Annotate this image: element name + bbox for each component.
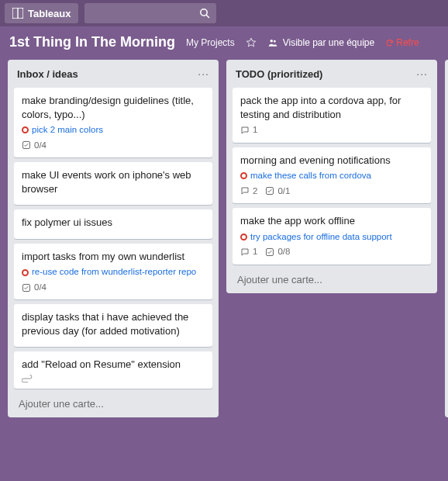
card-title: fix polymer ui issues	[22, 216, 205, 230]
svg-point-2	[201, 9, 207, 16]
comments-badge: 1	[240, 124, 257, 137]
my-projects-link[interactable]: My Projects	[186, 37, 235, 48]
checklist-icon	[22, 283, 31, 292]
visibility-button[interactable]: Visible par une équipe	[267, 37, 375, 48]
visibility-label: Visible par une équipe	[283, 37, 375, 48]
list-menu-button[interactable]: ···	[416, 67, 428, 80]
card-badges: 1 0/8	[240, 246, 423, 258]
list-header: TODO (prioritized) ···	[233, 66, 431, 83]
search-icon	[199, 8, 210, 19]
checklist-badge: 0/1	[265, 185, 290, 198]
list-title[interactable]: TODO (prioritized)	[236, 68, 322, 80]
checklist-icon	[265, 186, 274, 196]
card[interactable]: fix polymer ui issues	[14, 209, 212, 239]
team-icon	[267, 37, 278, 48]
comments-count: 1	[253, 124, 257, 137]
boards-label: Tableaux	[28, 8, 71, 19]
card[interactable]: make UI events work on iphone's web brow…	[14, 162, 212, 205]
card-badges: 0/4	[22, 140, 205, 152]
checklist-badge: 0/8	[265, 246, 290, 258]
comments-count: 2	[253, 185, 257, 198]
list-offscreen[interactable]	[445, 60, 448, 417]
list-header: Inbox / ideas ···	[14, 66, 212, 83]
comment-icon	[240, 247, 250, 257]
card-title: morning and evening notifications	[240, 154, 423, 168]
bullet-ring-icon	[240, 234, 247, 240]
star-icon[interactable]	[246, 37, 257, 48]
card-badges: 1	[240, 124, 423, 137]
bullet-ring-icon	[22, 269, 29, 276]
card[interactable]: pack the app into a cordova app, for tes…	[233, 88, 431, 143]
card-title: make UI events work on iphone's web brow…	[22, 168, 205, 196]
bullet-ring-icon	[240, 172, 247, 179]
attachment-icon	[22, 375, 33, 382]
card-badges	[22, 375, 205, 382]
refresh-label: Refre	[396, 37, 419, 48]
board-canvas: Inbox / ideas ··· make branding/design g…	[0, 57, 448, 425]
add-card-button[interactable]: Ajouter une carte...	[14, 393, 212, 413]
list-todo-prioritized: TODO (prioritized) ··· pack the app into…	[226, 60, 437, 293]
card-sublink: pick 2 main colors	[22, 124, 205, 137]
refresh-button[interactable]: Refre	[385, 37, 419, 48]
refresh-icon	[385, 39, 394, 47]
comment-icon	[240, 186, 250, 196]
checklist-count: 0/4	[34, 140, 47, 152]
board-title[interactable]: 1st Thing In The Morning	[9, 34, 175, 50]
card[interactable]: make branding/design guidelines (title, …	[14, 88, 212, 157]
card-sublink: make these calls from cordova	[240, 170, 423, 182]
search-input[interactable]	[84, 3, 216, 23]
card[interactable]: import tasks from my own wunderlist re-u…	[14, 244, 212, 300]
comments-count: 1	[253, 246, 257, 258]
board-header: 1st Thing In The Morning My Projects Vis…	[0, 26, 448, 57]
card-title: make branding/design guidelines (title, …	[22, 94, 205, 121]
checklist-count: 0/4	[34, 282, 47, 294]
bullet-ring-icon	[22, 126, 29, 133]
add-card-button[interactable]: Ajouter une carte...	[233, 269, 431, 289]
checklist-badge: 0/4	[22, 140, 47, 152]
card[interactable]: add "Reload on Resume" extension	[14, 351, 212, 389]
svg-line-3	[207, 15, 210, 18]
svg-point-5	[274, 40, 276, 42]
svg-point-4	[270, 39, 273, 42]
card-sublink: re-use code from wunderlist-reporter rep…	[22, 266, 205, 279]
checklist-icon	[22, 140, 31, 150]
comment-icon	[240, 126, 250, 135]
card-sublink-text: make these calls from cordova	[250, 170, 371, 182]
card-sublink-text: pick 2 main colors	[32, 124, 103, 137]
boards-icon	[12, 8, 23, 19]
checklist-count: 0/8	[277, 246, 290, 258]
boards-button[interactable]: Tableaux	[5, 3, 78, 23]
checklist-count: 0/1	[277, 185, 290, 198]
card-badges: 0/4	[22, 282, 205, 294]
list-title[interactable]: Inbox / ideas	[17, 68, 78, 80]
card-title: display tasks that i have achieved the p…	[22, 310, 205, 337]
card-title: import tasks from my own wunderlist	[22, 250, 205, 264]
card[interactable]: display tasks that i have achieved the p…	[14, 304, 212, 347]
card-title: pack the app into a cordova app, for tes…	[240, 94, 423, 121]
list-inbox-ideas: Inbox / ideas ··· make branding/design g…	[8, 60, 219, 417]
checklist-icon	[265, 247, 274, 257]
checklist-badge: 0/4	[22, 282, 47, 294]
comments-badge: 2	[240, 185, 257, 198]
card[interactable]: morning and evening notifications make t…	[233, 147, 431, 204]
card-sublink: try packages for offline data support	[240, 231, 423, 244]
card-title: make the app work offline	[240, 214, 423, 228]
card-sublink-text: re-use code from wunderlist-reporter rep…	[32, 266, 196, 279]
list-menu-button[interactable]: ···	[198, 67, 209, 80]
card-title: add "Reload on Resume" extension	[22, 358, 205, 372]
app-topbar: Tableaux	[0, 0, 448, 26]
comments-badge: 1	[240, 246, 257, 258]
card-sublink-text: try packages for offline data support	[250, 231, 392, 244]
card[interactable]: make the app work offline try packages f…	[233, 208, 431, 265]
card-badges: 2 0/1	[240, 185, 423, 198]
